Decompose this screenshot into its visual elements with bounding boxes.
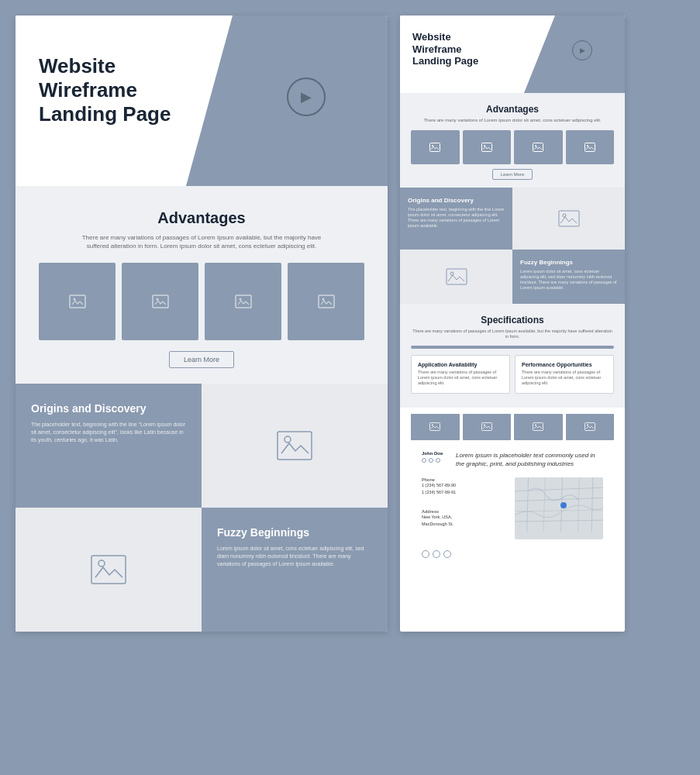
svg-point-7: [322, 298, 324, 301]
advantages-description: There are many variations of passages of…: [78, 233, 326, 250]
map-location-dot: [560, 502, 567, 508]
svg-line-36: [527, 477, 529, 532]
svg-point-27: [484, 425, 485, 426]
svg-rect-18: [584, 143, 595, 151]
advantages-section: Advantages There are many variations of …: [16, 186, 388, 384]
svg-point-25: [432, 425, 433, 426]
right-fuzzy-right: Fuzzy Beginnings Lorem ipsum dolor sit a…: [512, 250, 625, 304]
right-fuzzy-section: Fuzzy Beginnings Lorem ipsum dolor sit a…: [400, 250, 625, 304]
fuzzy-image-icon: [91, 555, 126, 584]
contact-info: Phone 1 (234) 567-89-90 1 (234) 567-89-9…: [422, 477, 510, 539]
specifications-description: There are many variations of passages of…: [411, 329, 614, 339]
fuzzy-right: Fuzzy Beginnings Lorem ipsum dolor sit a…: [202, 508, 388, 632]
hero-section: Website Wireframe Landing Page ▶: [16, 16, 388, 186]
svg-rect-10: [91, 556, 126, 584]
right-hero-content: Website Wireframe Landing Page: [400, 16, 625, 83]
fuzzy-image: [16, 508, 202, 632]
r-adv-img-4: [566, 130, 615, 164]
address-text: New York, USA, MacDonough St.: [422, 514, 510, 528]
right-fuzzy-image: [400, 250, 512, 304]
svg-point-31: [587, 425, 588, 426]
svg-rect-0: [70, 295, 85, 308]
adv-image-1: [39, 263, 116, 340]
gallery-img-4: [566, 414, 615, 440]
testimonial: John Doe Lorem ipsum is placeholder text…: [411, 446, 614, 473]
origins-left: Origins and Discovery The placeholder te…: [16, 384, 202, 508]
gallery-img-2: [463, 414, 512, 440]
svg-point-17: [535, 145, 536, 146]
svg-line-37: [543, 477, 546, 532]
svg-point-29: [535, 425, 536, 426]
right-learn-more-button[interactable]: Learn More: [492, 169, 533, 180]
svg-rect-22: [447, 269, 467, 284]
svg-line-35: [515, 520, 603, 522]
right-origins-image-icon: [558, 210, 580, 227]
origins-image: [202, 384, 388, 508]
advantages-title: Advantages: [39, 209, 364, 227]
phone-number: 1 (234) 567-89-90 1 (234) 567-89-91: [422, 482, 510, 496]
advantages-image-grid: [39, 263, 364, 340]
origins-section: Origins and Discovery The placeholder te…: [16, 384, 388, 508]
svg-point-13: [432, 145, 433, 146]
svg-point-1: [73, 298, 75, 301]
right-advantages-description: There are many variations of Lorem ipsum…: [411, 118, 614, 124]
social-dot-3[interactable]: [436, 458, 440, 463]
right-fuzzy-title: Fuzzy Beginnings: [520, 259, 617, 266]
social-dot-2[interactable]: [429, 458, 433, 463]
gallery-row: [411, 414, 614, 440]
contact-section: Phone 1 (234) 567-89-90 1 (234) 567-89-9…: [411, 473, 614, 546]
right-fuzzy-image-icon: [446, 268, 467, 285]
svg-rect-12: [430, 143, 440, 151]
svg-point-15: [484, 145, 485, 146]
testimonial-name: John Doe: [422, 451, 450, 456]
svg-point-9: [284, 436, 291, 443]
r-adv-img-2: [463, 130, 512, 164]
right-panel: Website Wireframe Landing Page ▶ Advanta…: [400, 16, 625, 632]
fuzzy-text: Lorem ipsum dolor sit amet, cons ectetue…: [217, 545, 372, 567]
svg-rect-28: [533, 423, 543, 431]
right-origins-title: Origins and Discovery: [408, 197, 505, 204]
svg-line-40: [591, 477, 593, 532]
social-dot-1[interactable]: [422, 458, 426, 463]
svg-point-23: [450, 272, 453, 275]
right-hero-title: Website Wireframe Landing Page: [412, 31, 498, 67]
svg-point-5: [239, 298, 241, 301]
svg-rect-14: [481, 143, 491, 151]
spec-card-1-text: There are many variations of passages of…: [418, 370, 503, 386]
r-adv-img-1: [411, 130, 460, 164]
map-lines-icon: [515, 477, 603, 532]
svg-line-39: [578, 477, 580, 532]
svg-rect-20: [559, 211, 579, 226]
svg-rect-30: [584, 423, 595, 431]
social-icons-row: [411, 546, 614, 564]
adv-image-2: [122, 263, 198, 340]
social-icon-1[interactable]: [422, 550, 429, 558]
svg-rect-24: [430, 423, 440, 431]
fuzzy-section: Fuzzy Beginnings Lorem ipsum dolor sit a…: [16, 508, 388, 632]
adv-image-3: [205, 263, 281, 340]
right-advantages-grid: [411, 130, 614, 164]
svg-point-21: [563, 214, 566, 217]
svg-point-19: [587, 145, 588, 146]
learn-more-button[interactable]: Learn More: [169, 351, 234, 368]
svg-rect-16: [533, 143, 543, 151]
specifications-section: Specifications There are many variations…: [400, 304, 625, 408]
right-fuzzy-text: Lorem ipsum dolor sit amet, cons ectetue…: [520, 269, 617, 291]
right-origins-section: Origins and Discovery The placeholder te…: [400, 188, 625, 250]
svg-point-11: [98, 560, 105, 567]
svg-point-3: [156, 298, 158, 301]
map-placeholder: [515, 477, 603, 539]
right-advantages-title: Advantages: [411, 104, 614, 115]
adv-image-4: [288, 263, 364, 340]
testimonial-avatar-area: John Doe: [422, 451, 450, 463]
specifications-title: Specifications: [411, 315, 614, 326]
svg-rect-26: [481, 423, 491, 431]
origins-text: The placeholder text, beginning with the…: [31, 421, 186, 443]
social-icon-2[interactable]: [433, 550, 440, 558]
fuzzy-title: Fuzzy Beginnings: [217, 526, 372, 539]
r-adv-img-3: [514, 130, 563, 164]
social-icon-3[interactable]: [443, 550, 451, 558]
spec-card-2-title: Performance Opportunities: [522, 362, 607, 367]
right-hero-section: Website Wireframe Landing Page ▶: [400, 16, 625, 93]
specifications-cards: Application Availability There are many …: [411, 355, 614, 393]
